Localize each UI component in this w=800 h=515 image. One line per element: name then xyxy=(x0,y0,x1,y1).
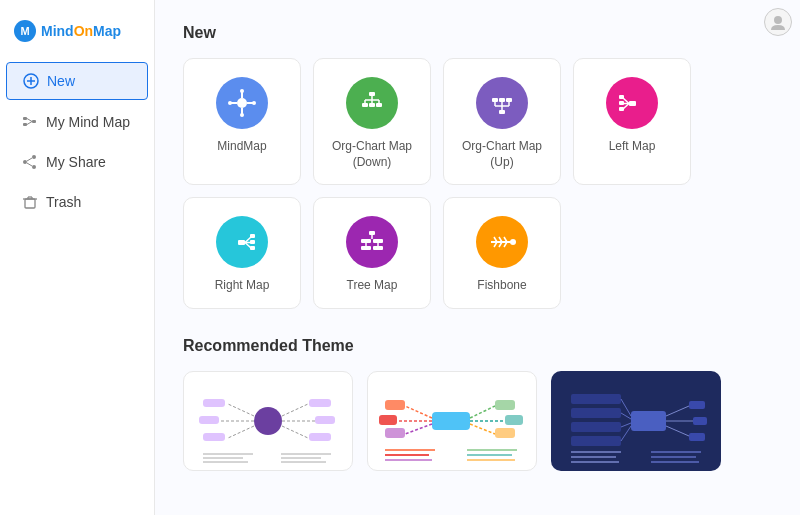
sidebar-item-label: My Share xyxy=(46,154,106,170)
svg-line-13 xyxy=(27,158,32,161)
sidebar: M MindOnMap New My Mind Map My Share Tra… xyxy=(0,0,155,515)
org-up-label: Org-Chart Map (Up) xyxy=(454,139,550,170)
logo: M MindOnMap xyxy=(0,10,154,60)
map-icon xyxy=(22,114,38,130)
svg-rect-39 xyxy=(492,98,498,102)
tree-map-label: Tree Map xyxy=(347,278,398,294)
svg-text:M: M xyxy=(20,25,29,37)
svg-point-21 xyxy=(237,98,247,108)
main-content: New MindMap xyxy=(155,0,800,515)
svg-point-10 xyxy=(32,155,36,159)
svg-rect-132 xyxy=(693,417,707,425)
theme-cards-grid xyxy=(183,371,772,471)
svg-rect-133 xyxy=(689,433,705,441)
svg-rect-5 xyxy=(23,117,27,120)
fishbone-icon-circle xyxy=(476,216,528,268)
org-down-icon-circle xyxy=(346,77,398,129)
svg-point-12 xyxy=(23,160,27,164)
plus-icon xyxy=(23,73,39,89)
sidebar-item-my-mind-map[interactable]: My Mind Map xyxy=(6,104,148,140)
svg-point-77 xyxy=(510,239,516,245)
svg-rect-6 xyxy=(23,123,27,126)
svg-point-29 xyxy=(252,101,256,105)
svg-rect-64 xyxy=(361,239,371,243)
map-cards-grid: MindMap Org-C xyxy=(183,58,772,309)
svg-rect-123 xyxy=(571,436,621,446)
new-section-title: New xyxy=(183,24,772,42)
right-icon-circle xyxy=(216,216,268,268)
svg-line-14 xyxy=(27,163,32,166)
sidebar-item-my-share[interactable]: My Share xyxy=(6,144,148,180)
svg-point-26 xyxy=(240,89,244,93)
svg-rect-69 xyxy=(373,246,383,250)
tree-icon-circle xyxy=(346,216,398,268)
svg-rect-47 xyxy=(499,110,505,114)
svg-rect-110 xyxy=(505,415,523,425)
svg-rect-41 xyxy=(506,98,512,102)
svg-rect-61 xyxy=(250,246,255,250)
svg-rect-53 xyxy=(619,101,624,105)
svg-rect-90 xyxy=(315,416,335,424)
sidebar-item-new[interactable]: New xyxy=(6,62,148,100)
svg-rect-109 xyxy=(495,400,515,410)
sidebar-item-label: Trash xyxy=(46,194,81,210)
svg-rect-48 xyxy=(629,101,636,106)
svg-rect-122 xyxy=(571,422,621,432)
map-card-fishbone[interactable]: Fishbone xyxy=(443,197,561,309)
logo-text: MindOnMap xyxy=(41,23,121,39)
org-up-icon-circle xyxy=(476,77,528,129)
svg-rect-36 xyxy=(362,103,368,107)
theme-card-colorful[interactable] xyxy=(367,371,537,471)
svg-rect-88 xyxy=(203,433,225,441)
svg-point-79 xyxy=(254,407,282,435)
sidebar-item-label: My Mind Map xyxy=(46,114,130,130)
svg-rect-108 xyxy=(385,428,405,438)
svg-rect-91 xyxy=(309,433,331,441)
map-card-mindmap[interactable]: MindMap xyxy=(183,58,301,185)
right-map-label: Right Map xyxy=(215,278,270,294)
svg-rect-99 xyxy=(432,412,470,430)
map-card-tree[interactable]: Tree Map xyxy=(313,197,431,309)
map-card-left[interactable]: Left Map xyxy=(573,58,691,185)
sidebar-item-label: New xyxy=(47,73,75,89)
map-card-org-up[interactable]: Org-Chart Map (Up) xyxy=(443,58,561,185)
sidebar-item-trash[interactable]: Trash xyxy=(6,184,148,220)
svg-line-7 xyxy=(27,119,32,122)
svg-rect-52 xyxy=(619,95,624,99)
map-card-org-down[interactable]: Org-Chart Map (Down) xyxy=(313,58,431,185)
svg-rect-119 xyxy=(631,411,666,431)
recommended-section: Recommended Theme xyxy=(183,337,772,471)
svg-rect-38 xyxy=(376,103,382,107)
svg-rect-30 xyxy=(369,92,375,96)
svg-rect-107 xyxy=(379,415,397,425)
svg-rect-59 xyxy=(250,234,255,238)
svg-rect-131 xyxy=(689,401,705,409)
new-section: New MindMap xyxy=(183,24,772,309)
svg-rect-86 xyxy=(203,399,225,407)
theme-card-dark[interactable] xyxy=(551,371,721,471)
svg-rect-54 xyxy=(619,107,624,111)
org-down-label: Org-Chart Map (Down) xyxy=(324,139,420,170)
svg-rect-15 xyxy=(25,199,35,208)
svg-rect-111 xyxy=(495,428,515,438)
svg-rect-40 xyxy=(499,98,505,102)
svg-rect-121 xyxy=(571,408,621,418)
svg-point-11 xyxy=(32,165,36,169)
svg-point-27 xyxy=(240,113,244,117)
svg-rect-89 xyxy=(309,399,331,407)
svg-rect-62 xyxy=(369,231,375,235)
svg-point-20 xyxy=(774,16,782,24)
mindmap-icon-circle xyxy=(216,77,268,129)
trash-icon xyxy=(22,194,38,210)
user-avatar[interactable] xyxy=(764,8,792,36)
left-map-label: Left Map xyxy=(609,139,656,155)
fishbone-label: Fishbone xyxy=(477,278,526,294)
theme-card-light[interactable] xyxy=(183,371,353,471)
mindmap-label: MindMap xyxy=(217,139,266,155)
svg-rect-106 xyxy=(385,400,405,410)
svg-rect-65 xyxy=(373,239,383,243)
map-card-right[interactable]: Right Map xyxy=(183,197,301,309)
svg-point-28 xyxy=(228,101,232,105)
svg-rect-68 xyxy=(361,246,371,250)
svg-rect-120 xyxy=(571,394,621,404)
